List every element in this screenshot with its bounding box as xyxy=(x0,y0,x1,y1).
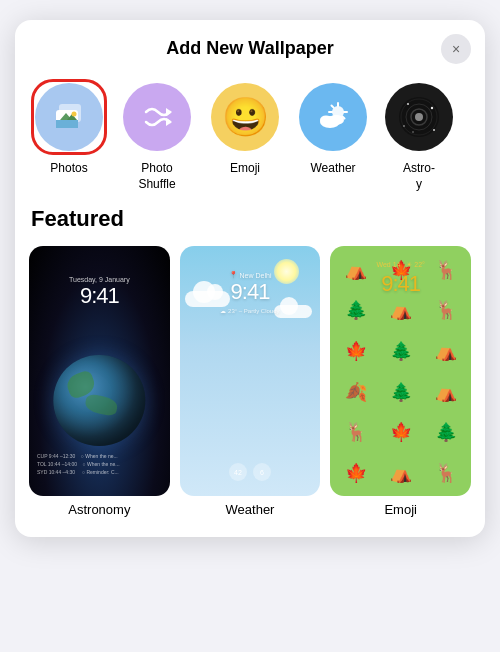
astronomy-earth xyxy=(54,355,145,446)
astronomy-date: Tuesday, 9 January xyxy=(29,276,170,283)
close-button[interactable]: × xyxy=(441,34,471,64)
astronomy-svg xyxy=(398,96,440,138)
emoji-icon-circle: 😀 xyxy=(211,83,279,151)
wallpaper-type-astronomy[interactable]: Astro-y xyxy=(377,79,461,192)
wallpaper-card-emoji[interactable]: ⛺ 🍁 🦌 🌲 ⛺ 🦌 🍁 🌲 ⛺ 🍂 🌲 ⛺ 🦌 🍁 xyxy=(330,246,471,517)
location-icon: 📍 xyxy=(229,271,238,279)
emoji-cell: ⛺ xyxy=(424,372,467,411)
weather-bottom-badges: 42 6 xyxy=(180,463,321,481)
emoji-time-overlay: 9:41 xyxy=(330,271,471,297)
emoji-cell: 🍂 xyxy=(334,372,377,411)
emoji-cell: 🌲 xyxy=(379,372,422,411)
weather-city: 📍 New Delhi xyxy=(180,271,321,279)
astronomy-label: Astro-y xyxy=(403,161,435,192)
emoji-icon-wrapper: 😀 xyxy=(207,79,283,155)
weather-badge-2: 6 xyxy=(253,463,271,481)
photo-shuffle-label: PhotoShuffle xyxy=(138,161,175,192)
astronomy-widget-row3: SYD 10:44 –4:30 ○ Reminder: C... xyxy=(37,468,162,476)
astronomy-widget-row1: CUP 9:44 –12:30 ○ When the ne... xyxy=(37,452,162,460)
modal-header: Add New Wallpaper × xyxy=(15,20,485,73)
emoji-cell: 🌲 xyxy=(379,332,422,371)
wallpaper-type-row: Photos PhotoShuffle xyxy=(15,73,485,206)
weather-svg xyxy=(312,96,354,138)
photos-icon-wrapper xyxy=(31,79,107,155)
astronomy-widget-row2: TOL 10:44 –14:00 ○ When the ne... xyxy=(37,460,162,468)
emoji-cell: 🌲 xyxy=(424,413,467,452)
photos-svg xyxy=(50,98,88,136)
wallpaper-type-emoji[interactable]: 😀 Emoji xyxy=(201,79,289,192)
weather-card-label: Weather xyxy=(226,502,275,517)
astronomy-icon-wrapper xyxy=(381,79,457,155)
modal-title: Add New Wallpaper xyxy=(166,38,333,59)
emoji-cell: 🍁 xyxy=(334,454,377,493)
wallpaper-grid: Tuesday, 9 January 9:41 CUP 9:44 –12:30 … xyxy=(29,246,471,517)
emoji-card-label: Emoji xyxy=(384,502,417,517)
weather-icon-wrapper xyxy=(295,79,371,155)
svg-point-23 xyxy=(407,103,409,105)
astronomy-card-label: Astronomy xyxy=(68,502,130,517)
weather-time: 9:41 xyxy=(180,279,321,305)
svg-rect-2 xyxy=(56,120,78,128)
astronomy-widgets: CUP 9:44 –12:30 ○ When the ne... TOL 10:… xyxy=(29,452,170,476)
svg-point-24 xyxy=(431,107,433,109)
photos-label: Photos xyxy=(50,161,87,177)
photos-icon-circle xyxy=(35,83,103,151)
wallpaper-type-weather[interactable]: Weather xyxy=(289,79,377,192)
astronomy-overlay-text: Tuesday, 9 January 9:41 xyxy=(29,276,170,309)
svg-point-5 xyxy=(72,112,77,117)
svg-point-19 xyxy=(415,113,423,121)
wallpaper-card-astronomy[interactable]: Tuesday, 9 January 9:41 CUP 9:44 –12:30 … xyxy=(29,246,170,517)
emoji-label: Emoji xyxy=(230,161,260,177)
emoji-date-overlay: Wed 14 ☀ 22° xyxy=(330,261,471,269)
svg-point-26 xyxy=(433,129,435,131)
weather-overlay-text: 📍 New Delhi 9:41 ☁ 23° – Partly Cloudy xyxy=(180,271,321,314)
emoji-cell: 🍁 xyxy=(334,332,377,371)
photo-shuffle-icon-wrapper xyxy=(119,79,195,155)
emoji-cell: 🦌 xyxy=(424,454,467,493)
weather-preview: 📍 New Delhi 9:41 ☁ 23° – Partly Cloudy 4… xyxy=(180,246,321,496)
emoji-cell: 🍁 xyxy=(379,413,422,452)
astronomy-time: 9:41 xyxy=(29,283,170,309)
featured-section: Featured Tuesday, 9 January 9:41 CUP 9:4… xyxy=(15,206,485,517)
astronomy-preview: Tuesday, 9 January 9:41 CUP 9:44 –12:30 … xyxy=(29,246,170,496)
wallpaper-type-photos[interactable]: Photos xyxy=(25,79,113,192)
shuffle-svg xyxy=(138,98,176,136)
weather-badge-1: 42 xyxy=(229,463,247,481)
weather-label: Weather xyxy=(310,161,355,177)
astronomy-icon-circle xyxy=(385,83,453,151)
svg-point-27 xyxy=(412,131,413,132)
emoji-cell: 🦌 xyxy=(334,413,377,452)
featured-title: Featured xyxy=(29,206,471,232)
weather-icon-circle xyxy=(299,83,367,151)
photo-shuffle-icon-circle xyxy=(123,83,191,151)
svg-point-25 xyxy=(403,125,405,127)
add-wallpaper-modal: Add New Wallpaper × xyxy=(15,20,485,537)
wallpaper-type-photo-shuffle[interactable]: PhotoShuffle xyxy=(113,79,201,192)
svg-point-17 xyxy=(320,116,332,125)
wallpaper-card-weather[interactable]: 📍 New Delhi 9:41 ☁ 23° – Partly Cloudy 4… xyxy=(180,246,321,517)
emoji-cell: ⛺ xyxy=(379,454,422,493)
emoji-preview: ⛺ 🍁 🦌 🌲 ⛺ 🦌 🍁 🌲 ⛺ 🍂 🌲 ⛺ 🦌 🍁 xyxy=(330,246,471,496)
svg-marker-7 xyxy=(166,118,172,126)
close-icon: × xyxy=(452,41,460,57)
svg-marker-6 xyxy=(166,108,172,116)
svg-line-13 xyxy=(332,106,334,108)
emoji-cell: ⛺ xyxy=(424,332,467,371)
weather-conditions: ☁ 23° – Partly Cloudy xyxy=(180,307,321,314)
